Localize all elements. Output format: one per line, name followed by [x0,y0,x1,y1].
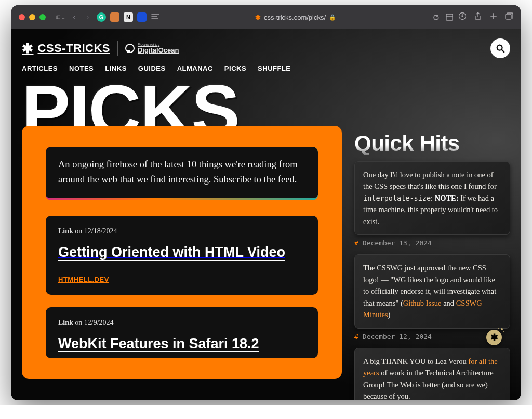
intro-text: An ongoing firehose of the latest 10 thi… [58,157,305,187]
quick-hit-card[interactable]: A big THANK YOU to Lea Verou for all the… [354,348,510,400]
pick-card: Link on 12/18/2024 Getting Oriented with… [46,216,318,294]
share-button[interactable] [474,12,482,22]
minimize-window-button[interactable] [29,14,35,20]
extension-icon[interactable] [151,12,160,22]
svg-rect-2 [446,14,453,20]
pick-domain-link[interactable]: HTMHELL.DEV [58,276,305,283]
browser-toolbar: ⌄ ‹ › G N ✱ css-tricks.com/picks/ 🔒 [11,5,521,29]
lock-icon: 🔒 [329,14,336,21]
quick-hit-card[interactable]: One day I'd love to publish a note in on… [354,161,510,235]
reload-button[interactable] [431,12,441,22]
digitalocean-icon [125,44,135,53]
hash-icon: # [354,239,358,247]
search-button[interactable] [490,38,510,58]
quick-hit-date: #December 13, 2024 [354,239,510,247]
nav-shuffle[interactable]: SHUFFLE [258,64,290,72]
extension-icon[interactable] [110,12,119,22]
address-bar[interactable]: ✱ css-tricks.com/picks/ 🔒 [164,14,427,21]
site-favicon-icon: ✱ [255,14,261,21]
extension-1password-icon[interactable] [137,12,147,22]
quick-hits-column: Quick Hits One day I'd love to publish a… [354,126,510,400]
logo-text: CSS-TRICKS [38,42,110,55]
svg-line-7 [502,50,504,53]
sidebar-toggle-button[interactable]: ⌄ [56,12,65,22]
window-controls [19,14,46,20]
floating-badge-button[interactable]: ✱ [486,330,502,345]
forward-button[interactable]: › [83,12,92,22]
browser-window: ⌄ ‹ › G N ✱ css-tricks.com/picks/ 🔒 [11,5,521,400]
reader-button[interactable] [445,12,454,22]
pick-title-link[interactable]: WebKit Features in Safari 18.2 [58,341,259,350]
logo-divider [117,41,118,56]
extension-notion-icon[interactable]: N [124,12,133,22]
quick-hit-card[interactable]: The CSSWG just approved the new CSS logo… [354,254,510,328]
pick-meta: Link on 12/9/2024 [58,319,305,327]
pick-card: Link on 12/9/2024 WebKit Features in Saf… [46,307,318,358]
url-text: css-tricks.com/picks/ [264,14,326,21]
subscribe-feed-link[interactable]: Subscribe to the feed [214,174,295,185]
back-button[interactable]: ‹ [70,12,79,22]
pick-meta: Link on 12/18/2024 [58,227,305,235]
new-tab-button[interactable] [489,12,498,22]
logo-group: ✱ CSS-TRICKS Powered by DigitalOcean [22,41,179,56]
close-window-button[interactable] [19,14,25,20]
site-header: ✱ CSS-TRICKS Powered by DigitalOcean [11,29,521,63]
powered-by-link[interactable]: Powered by DigitalOcean [125,43,179,54]
extension-grammarly-icon[interactable]: G [97,12,106,22]
downloads-button[interactable] [458,12,467,22]
maximize-window-button[interactable] [39,14,46,20]
pick-title-link[interactable]: Getting Oriented with HTML Video [58,250,285,258]
powered-by-text: Powered by DigitalOcean [138,43,179,54]
quick-hits-title: Quick Hits [354,131,510,156]
picks-column: An ongoing firehose of the latest 10 thi… [22,126,342,379]
intro-card: An ongoing firehose of the latest 10 thi… [46,147,318,200]
page-viewport: ✱ CSS-TRICKS Powered by DigitalOcean [11,29,521,400]
site-logo[interactable]: ✱ CSS-TRICKS [22,42,110,55]
hash-icon: # [354,333,358,341]
tabs-overview-button[interactable] [505,12,513,22]
page-content[interactable]: ✱ CSS-TRICKS Powered by DigitalOcean [11,29,521,400]
asterisk-icon: ✱ [22,42,34,55]
main-columns: An ongoing firehose of the latest 10 thi… [11,126,521,400]
picks-container: An ongoing firehose of the latest 10 thi… [22,126,342,379]
toolbar-right [458,12,513,22]
svg-rect-5 [506,14,511,19]
search-icon [496,44,505,53]
svg-rect-0 [56,16,60,19]
